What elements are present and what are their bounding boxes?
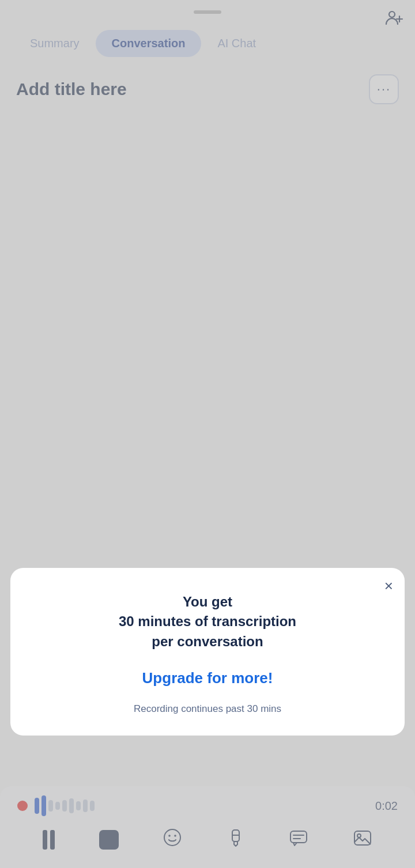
modal-title: You get 30 minutes of transcription per … [27, 592, 388, 652]
upgrade-modal: × You get 30 minutes of transcription pe… [10, 568, 405, 736]
upgrade-link[interactable]: Upgrade for more! [27, 669, 388, 687]
modal-overlay [0, 0, 415, 868]
modal-footnote: Recording continues past 30 mins [27, 703, 388, 715]
modal-close-button[interactable]: × [384, 578, 393, 593]
